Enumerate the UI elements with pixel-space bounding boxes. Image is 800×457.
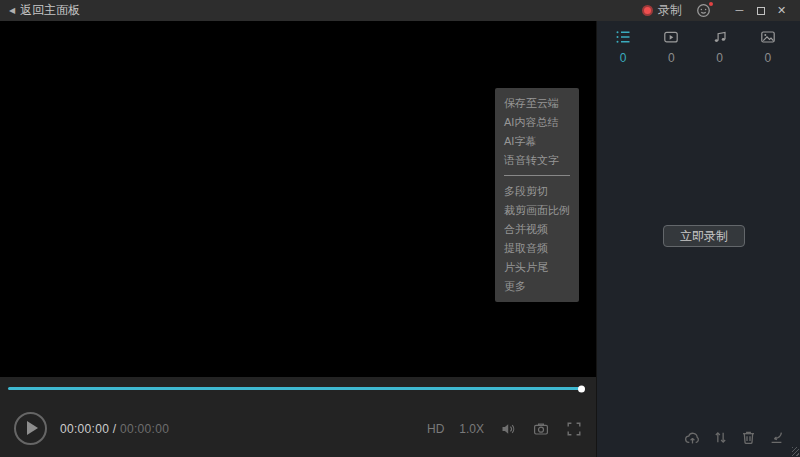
play-button[interactable] <box>14 412 47 445</box>
menu-item-more[interactable]: 更多 <box>495 277 579 296</box>
player-column: 保存至云端 AI内容总结 AI字幕 语音转文字 多段剪切 裁剪画面比例 合并视频… <box>0 21 597 457</box>
menu-divider <box>504 175 570 176</box>
video-icon <box>663 29 679 45</box>
feedback-button[interactable] <box>696 3 711 18</box>
seek-handle[interactable] <box>578 385 585 392</box>
tab-count: 0 <box>716 51 723 65</box>
menu-item-multi-cut[interactable]: 多段剪切 <box>495 182 579 201</box>
menu-item-ai-summary[interactable]: AI内容总结 <box>495 113 579 132</box>
menu-item-extract-audio[interactable]: 提取音频 <box>495 239 579 258</box>
speed-button[interactable]: 1.0X <box>459 422 484 436</box>
list-icon <box>615 29 631 45</box>
time-separator: / <box>109 422 120 436</box>
cloud-upload-icon[interactable] <box>684 429 701 446</box>
player-right-controls: HD 1.0X <box>427 421 583 437</box>
maximize-button[interactable] <box>752 0 769 21</box>
record-button[interactable]: 录制 <box>642 2 682 19</box>
time-current: 00:00:00 <box>60 422 109 436</box>
resize-grip[interactable] <box>792 447 799 456</box>
record-dot-icon <box>642 5 653 16</box>
volume-icon[interactable] <box>499 421 517 437</box>
tab-count: 0 <box>765 51 772 65</box>
menu-item-ai-subtitles[interactable]: AI字幕 <box>495 132 579 151</box>
music-icon <box>712 29 728 45</box>
play-icon <box>27 421 38 435</box>
tab-videos[interactable]: 0 <box>647 29 695 65</box>
back-to-main-panel-button[interactable]: ◀ 返回主面板 <box>9 2 80 19</box>
titlebar-right: 录制 ─ ✕ <box>642 0 790 21</box>
app-window: ◀ 返回主面板 录制 ─ ✕ <box>0 0 800 457</box>
tab-count: 0 <box>668 51 675 65</box>
menu-item-crop-ratio[interactable]: 裁剪画面比例 <box>495 201 579 220</box>
progress-row <box>0 377 596 400</box>
record-now-button[interactable]: 立即录制 <box>663 225 745 247</box>
time-display: 00:00:00 / 00:00:00 <box>60 422 169 436</box>
menu-item-merge-videos[interactable]: 合并视频 <box>495 220 579 239</box>
trash-icon[interactable] <box>740 429 757 446</box>
tab-recordings-list[interactable]: 0 <box>599 29 647 65</box>
maximize-icon <box>757 7 765 15</box>
media-tabs: 0 0 0 <box>597 21 800 65</box>
tab-audio[interactable]: 0 <box>696 29 744 65</box>
time-total: 00:00:00 <box>120 422 169 436</box>
camera-icon[interactable] <box>532 421 550 437</box>
side-panel: 0 0 0 <box>597 21 800 457</box>
menu-item-intro-outro[interactable]: 片头片尾 <box>495 258 579 277</box>
video-context-menu: 保存至云端 AI内容总结 AI字幕 语音转文字 多段剪切 裁剪画面比例 合并视频… <box>495 88 579 302</box>
minimize-button[interactable]: ─ <box>731 0 748 21</box>
menu-item-speech-to-text[interactable]: 语音转文字 <box>495 151 579 170</box>
close-button[interactable]: ✕ <box>773 0 790 21</box>
seek-bar[interactable] <box>8 387 582 390</box>
tab-images[interactable]: 0 <box>744 29 792 65</box>
image-icon <box>760 29 776 45</box>
sort-icon[interactable] <box>712 429 729 446</box>
back-arrow-icon: ◀ <box>9 7 15 15</box>
panel-toolbar <box>684 429 785 446</box>
video-preview[interactable]: 保存至云端 AI内容总结 AI字幕 语音转文字 多段剪切 裁剪画面比例 合并视频… <box>0 21 596 377</box>
tab-count: 0 <box>620 51 627 65</box>
back-label: 返回主面板 <box>20 2 80 19</box>
main-area: 保存至云端 AI内容总结 AI字幕 语音转文字 多段剪切 裁剪画面比例 合并视频… <box>0 21 800 457</box>
export-icon[interactable] <box>768 429 785 446</box>
titlebar: ◀ 返回主面板 录制 ─ ✕ <box>0 0 800 21</box>
record-label: 录制 <box>658 2 682 19</box>
notification-badge <box>709 2 713 6</box>
quality-button[interactable]: HD <box>427 422 444 436</box>
menu-item-save-to-cloud[interactable]: 保存至云端 <box>495 94 579 113</box>
fullscreen-icon[interactable] <box>565 421 583 437</box>
player-controls: 00:00:00 / 00:00:00 HD 1.0X <box>0 400 596 457</box>
